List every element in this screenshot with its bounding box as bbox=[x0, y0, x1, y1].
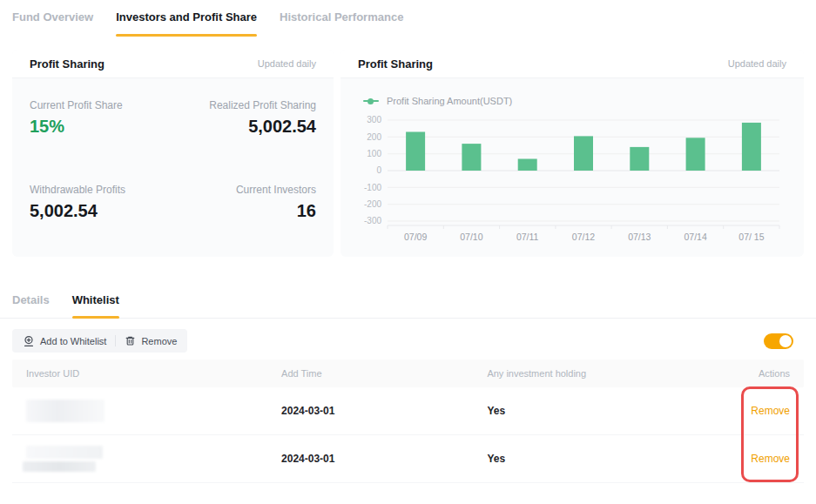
redacted-uid bbox=[26, 400, 105, 422]
whitelist-toggle[interactable] bbox=[764, 333, 793, 349]
x-tick-label: 07/13 bbox=[628, 232, 651, 242]
chart-card-header: Profit Sharing Updated daily bbox=[341, 50, 804, 78]
stat-current-investors: Current Investors 16 bbox=[173, 184, 317, 242]
actions-cell: Remove bbox=[732, 453, 804, 465]
tab-investors-profit-share[interactable]: Investors and Profit Share bbox=[116, 10, 257, 39]
x-tick-label: 07/12 bbox=[572, 232, 595, 242]
summary-cards: Profit Sharing Updated daily Current Pro… bbox=[12, 50, 804, 257]
subtab-whitelist[interactable]: Whitelist bbox=[72, 293, 119, 318]
investor-uid-cell bbox=[12, 400, 281, 422]
bar bbox=[574, 136, 593, 171]
y-tick-label: 200 bbox=[367, 132, 381, 142]
table-header-row: Investor UID Add Time Any investment hol… bbox=[12, 360, 804, 387]
add-to-whitelist-icon bbox=[23, 335, 35, 347]
stat-label: Withdrawable Profits bbox=[30, 184, 173, 196]
table-row: 2024-03-01 Yes Remove bbox=[12, 435, 804, 483]
remove-button[interactable]: Remove bbox=[125, 335, 177, 346]
bar bbox=[518, 159, 537, 171]
bar bbox=[630, 147, 649, 171]
detail-subtabs: Details Whitelist bbox=[0, 293, 816, 319]
chart-card-title: Profit Sharing bbox=[358, 57, 433, 71]
investor-uid-cell bbox=[12, 446, 281, 472]
table-row: 2024-03-01 Yes Remove bbox=[12, 387, 804, 435]
add-to-whitelist-button[interactable]: Add to Whitelist bbox=[23, 335, 106, 347]
whitelist-button-group: Add to Whitelist Remove bbox=[12, 329, 187, 353]
x-tick-label: 07/11 bbox=[516, 232, 539, 242]
stats-grid: Current Profit Share 15% Realized Profit… bbox=[12, 78, 334, 257]
legend-marker-icon bbox=[363, 100, 379, 102]
toggle-knob bbox=[779, 335, 792, 347]
x-tick-label: 07/09 bbox=[404, 232, 427, 242]
redacted-uid bbox=[23, 461, 96, 472]
y-tick-label: -100 bbox=[364, 183, 381, 192]
stats-card-header: Profit Sharing Updated daily bbox=[12, 50, 334, 78]
tab-historical-performance[interactable]: Historical Performance bbox=[280, 10, 403, 39]
column-header-any-investment-holding: Any investment holding bbox=[487, 368, 732, 379]
redacted-uid bbox=[26, 446, 103, 459]
y-tick-label: -300 bbox=[364, 216, 381, 225]
whitelist-toolbar: Add to Whitelist Remove bbox=[12, 329, 804, 353]
remove-button-label: Remove bbox=[141, 336, 177, 346]
x-tick-label: 07/ 15 bbox=[738, 232, 764, 242]
y-tick-label: 100 bbox=[367, 149, 381, 158]
bar bbox=[686, 138, 705, 171]
bar bbox=[742, 123, 761, 171]
stat-current-profit-share: Current Profit Share 15% bbox=[30, 99, 173, 158]
remove-investor-link[interactable]: Remove bbox=[751, 405, 790, 417]
profit-sharing-stats-card: Profit Sharing Updated daily Current Pro… bbox=[12, 50, 334, 257]
column-header-actions: Actions bbox=[732, 368, 804, 379]
legend-label: Profit Sharing Amount(USDT) bbox=[387, 96, 512, 106]
stat-value: 15% bbox=[30, 117, 173, 137]
chart-card-body: Profit Sharing Amount(USDT) 3002001000-1… bbox=[341, 78, 804, 257]
holding-cell: Yes bbox=[487, 453, 732, 465]
y-tick-label: -200 bbox=[364, 199, 381, 209]
actions-cell: Remove bbox=[732, 405, 804, 417]
stat-withdrawable-profits: Withdrawable Profits 5,002.54 bbox=[30, 184, 173, 242]
remove-investor-link[interactable]: Remove bbox=[751, 453, 790, 465]
column-header-add-time: Add Time bbox=[281, 368, 487, 379]
stat-realized-profit-sharing: Realized Profit Sharing 5,002.54 bbox=[173, 99, 317, 158]
stats-card-title: Profit Sharing bbox=[30, 57, 105, 71]
bar bbox=[462, 144, 481, 171]
profit-sharing-chart-card: Profit Sharing Updated daily Profit Shar… bbox=[341, 50, 804, 257]
add-to-whitelist-label: Add to Whitelist bbox=[40, 336, 106, 346]
stat-value: 5,002.54 bbox=[30, 201, 173, 221]
tab-fund-overview[interactable]: Fund Overview bbox=[12, 10, 93, 39]
toolbar-divider bbox=[115, 335, 116, 346]
chart-card-updated-label: Updated daily bbox=[728, 58, 786, 69]
main-tabs: Fund Overview Investors and Profit Share… bbox=[0, 0, 816, 39]
stat-value: 5,002.54 bbox=[173, 117, 317, 137]
stat-value: 16 bbox=[173, 201, 317, 221]
add-time-cell: 2024-03-01 bbox=[281, 405, 487, 417]
stat-label: Realized Profit Sharing bbox=[173, 99, 317, 111]
y-tick-label: 0 bbox=[376, 165, 381, 175]
column-header-investor-uid: Investor UID bbox=[12, 368, 281, 379]
stat-label: Current Investors bbox=[173, 184, 317, 196]
subtab-details[interactable]: Details bbox=[12, 293, 50, 318]
stat-label: Current Profit Share bbox=[30, 99, 173, 111]
bar bbox=[406, 132, 425, 171]
x-tick-label: 07/14 bbox=[684, 232, 706, 242]
trash-icon bbox=[125, 335, 136, 346]
holding-cell: Yes bbox=[487, 405, 732, 417]
x-tick-label: 07/10 bbox=[460, 232, 482, 242]
y-tick-label: 300 bbox=[367, 115, 381, 124]
profit-chart: 3002001000-100-200-30007/0907/1007/1107/… bbox=[354, 111, 790, 249]
whitelist-table: Investor UID Add Time Any investment hol… bbox=[12, 360, 804, 483]
stats-card-updated-label: Updated daily bbox=[258, 58, 316, 69]
bar-chart-svg: 3002001000-100-200-30007/0907/1007/1107/… bbox=[354, 111, 790, 249]
add-time-cell: 2024-03-01 bbox=[281, 453, 487, 465]
chart-legend[interactable]: Profit Sharing Amount(USDT) bbox=[363, 96, 790, 106]
